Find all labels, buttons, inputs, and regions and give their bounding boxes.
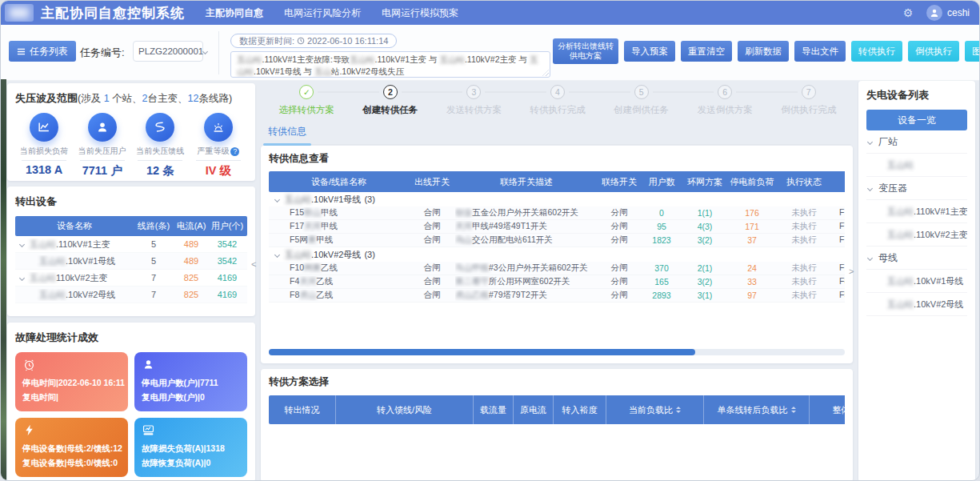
tree-leaf[interactable]: 五山站	[866, 154, 967, 177]
impact-title: 失压波及范围	[15, 92, 78, 104]
chevron-down-icon[interactable]	[867, 255, 873, 260]
action-button[interactable]: 导入预案	[624, 41, 675, 62]
nav-item-1[interactable]: 电网运行风险分析	[284, 6, 361, 20]
outgoing-switch-cell: 合闸	[409, 234, 455, 246]
user-count-cell: 165	[641, 277, 682, 287]
table-row[interactable]: F17天河甲线合闸天河甲线#49塔49T1开关分闸954(3)171未执行F7天…	[269, 220, 845, 234]
group-row[interactable]: 五山站.10kV#1母线(3)	[269, 192, 845, 206]
fault-stat-card: 停电设备数|母线:2/馈线:12复电设备数|母线:0/馈线:0	[15, 418, 128, 477]
alarm-lamp-icon	[204, 113, 233, 142]
tree-leaf[interactable]: 五山站.110kV#2主变	[866, 223, 967, 247]
users-cell: 3542	[209, 239, 246, 249]
nav-item-0[interactable]: 主配协同自愈	[206, 6, 263, 20]
table-row[interactable]: F4天河乙线合闸第二看守所公用环网室602开关分闸1653(2)33未执行F8看…	[269, 275, 845, 289]
chart-board-icon	[142, 423, 240, 440]
impact-stat: 严重等级?IV 级	[190, 113, 247, 178]
column-header: 转入裕度	[554, 395, 606, 424]
group-row[interactable]: 五山站.10kV#2母线(3)	[269, 247, 845, 262]
table-row[interactable]: F5网夏甲线合闸乌山交公用配电站611开关分闸18233(2)37未执行F16马…	[269, 234, 845, 247]
stat-label-text: 当前损失负荷	[20, 146, 68, 157]
table-row[interactable]: F8虎山乙线合闸虎山乙线#79塔79T2开关分闸28933(1)97未执行F5和…	[269, 289, 845, 303]
tree-leaf[interactable]: 五山站.10kV#1母线	[866, 270, 967, 293]
chevron-down-icon[interactable]	[274, 196, 280, 202]
divider	[80, 160, 125, 161]
step-label: 选择转供方案	[265, 104, 349, 116]
action-button[interactable]: 刷新数据	[738, 41, 789, 62]
scrollbar-thumb[interactable]	[269, 349, 695, 355]
help-icon[interactable]: ?	[230, 147, 239, 156]
group-count: (3)	[364, 250, 374, 259]
table-row[interactable]: 五山站110kV#2主变78254169	[15, 270, 247, 287]
tree-node[interactable]: 母线	[866, 247, 967, 270]
sort-icon[interactable]	[676, 404, 681, 415]
action-button[interactable]: 转供执行	[851, 41, 902, 62]
column-header: 设备/线路名称	[269, 176, 409, 188]
pre-outage-load-cell: 33	[727, 277, 777, 287]
tab-transfer-info[interactable]: 转供信息	[265, 122, 310, 144]
feeder-name-cell: F15联山甲线	[269, 207, 409, 218]
tie-switch-desc-cell: 虎山乙线#79塔79T2开关	[455, 290, 598, 301]
chevron-down-icon[interactable]	[274, 251, 280, 257]
column-header: 执行状态	[777, 176, 831, 188]
column-header[interactable]: 单条线转后负载比	[704, 395, 810, 424]
step-3[interactable]: 3发送转供方案	[432, 84, 516, 116]
sort-icon[interactable]	[791, 404, 796, 415]
chevron-down-icon[interactable]	[19, 275, 25, 280]
step-5[interactable]: 5创建倒供任务	[599, 84, 683, 116]
table-row[interactable]: 五山站.10kV#1母线54893542	[15, 253, 247, 270]
current-cell: 489	[174, 256, 209, 266]
current-cell: 489	[174, 239, 209, 249]
feeder-name-cell: F4天河乙线	[269, 276, 409, 287]
nav-item-2[interactable]: 电网运行模拟预案	[382, 6, 458, 20]
sort-down-icon	[791, 411, 796, 415]
column-header-label: 载流量	[480, 404, 506, 416]
current-cell: 825	[174, 290, 209, 299]
tree-node[interactable]: 厂站	[866, 130, 967, 154]
table-row[interactable]: F10网夏乙线合闸马山甲线#3公用户外开关箱602开关分闸3702(1)24未执…	[269, 262, 845, 275]
step-2[interactable]: 2创建转供任务	[349, 84, 433, 116]
transfer-out-devices-panel: 转出设备 设备名称线路(条)电流(A)用户(个) 五山站.110kV#1主变54…	[7, 186, 255, 316]
table-row[interactable]: 五山站.110kV#1主变54893542	[15, 236, 247, 253]
step-4[interactable]: 4转供执行完成	[516, 84, 600, 116]
gear-icon[interactable]: ⚙	[901, 6, 915, 19]
collapse-right-handle[interactable]: >	[849, 267, 854, 276]
panel-title: 转供方案选择	[269, 375, 845, 389]
action-button[interactable]: 导出文件	[794, 41, 846, 62]
stat-value: 7711 户	[74, 163, 131, 178]
action-button[interactable]: 倒供执行	[908, 41, 959, 62]
tree-leaf[interactable]: 五山站.110kV#1主变	[866, 200, 967, 223]
step-6[interactable]: 6发送倒供方案	[683, 84, 767, 116]
fault-description-input[interactable]: 五山站.110kV#1主变故障:导致五山站.110kV#1主变 与 五山站.11…	[230, 51, 550, 78]
outgoing-switch-cell: 合闸	[409, 263, 455, 274]
transfer-plan-panel: 转供方案选择 转出情况转入馈线/风险载流量原电流转入裕度当前负载比单条线转后负载…	[261, 369, 853, 481]
collapse-left-handle[interactable]: <	[251, 259, 256, 269]
stat-line-text: 停电用户数(户)|7711	[142, 378, 240, 389]
step-7[interactable]: 7倒供执行完成	[766, 84, 850, 116]
tree-leaf[interactable]: 五山站.10kV#2母线	[866, 293, 967, 316]
avatar	[926, 5, 942, 21]
user-count-cell: 370	[641, 263, 682, 273]
tree-node[interactable]: 变压器	[866, 177, 967, 200]
horizontal-scrollbar[interactable]	[269, 349, 845, 355]
tie-switch-cell: 分闸	[598, 207, 641, 218]
action-button[interactable]: 分析转出馈线转供电方案	[553, 38, 618, 64]
user-menu[interactable]: ceshi	[926, 5, 970, 21]
step-1[interactable]: ✓选择转供方案	[265, 84, 349, 116]
column-header[interactable]: 当前负载比	[606, 395, 704, 424]
chevron-down-icon[interactable]	[867, 138, 873, 144]
action-button[interactable]: 重置清空	[681, 41, 732, 62]
action-button[interactable]: 图形分析	[965, 41, 980, 62]
column-header[interactable]: 整体执行负载比	[810, 395, 845, 424]
task-no-select[interactable]: PLZG22000001	[133, 41, 203, 62]
table-row[interactable]: 五山站.10kV#2母线78254169	[15, 287, 247, 303]
column-header: 电流(A)	[174, 220, 209, 232]
table-row[interactable]: F15联山甲线合闸创业五金公用户外开关箱602开关分闸01(1)176未执行F1…	[269, 206, 845, 220]
chevron-down-icon[interactable]	[19, 241, 25, 247]
device-overview-header[interactable]: 设备一览	[866, 110, 967, 130]
column-header: 停电前负荷	[727, 176, 777, 188]
user-name: ceshi	[947, 7, 970, 18]
chevron-down-icon[interactable]	[867, 185, 873, 190]
column-header: 联络开关	[598, 176, 641, 188]
workflow-stepper: ✓选择转供方案2创建转供任务3发送转供方案4转供执行完成5创建倒供任务6发送倒供…	[265, 84, 850, 116]
task-list-button[interactable]: 任务列表	[9, 41, 76, 62]
